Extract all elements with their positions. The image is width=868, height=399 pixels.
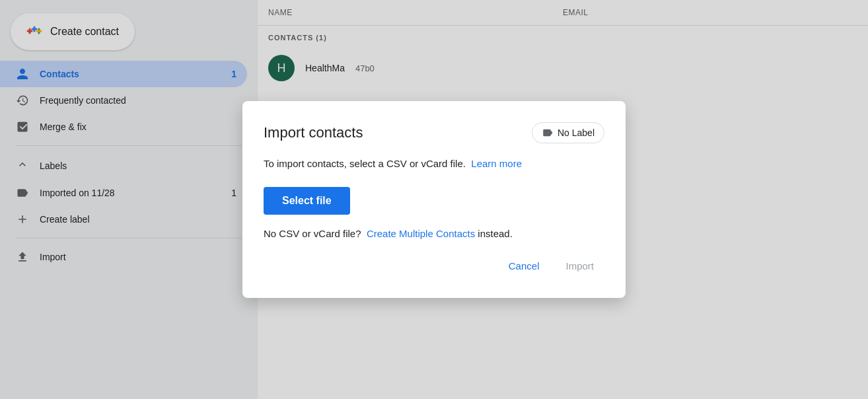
modal-header: Import contacts No Label xyxy=(264,122,604,143)
create-multiple-contacts-link[interactable]: Create Multiple Contacts xyxy=(367,228,475,239)
modal-backdrop: Import contacts No Label To import conta… xyxy=(0,0,868,399)
label-chip-icon xyxy=(542,127,554,139)
modal-description: To import contacts, select a CSV or vCar… xyxy=(264,157,604,172)
import-button: Import xyxy=(555,255,604,277)
modal-description-prefix: To import contacts, select a CSV or vCar… xyxy=(264,158,466,169)
label-chip-button[interactable]: No Label xyxy=(532,122,604,143)
select-file-button[interactable]: Select file xyxy=(264,187,350,215)
modal-footer: Cancel Import xyxy=(264,255,604,277)
select-file-section: Select file xyxy=(264,187,604,228)
modal-secondary-text: No CSV or vCard file? Create Multiple Co… xyxy=(264,228,604,239)
cancel-button[interactable]: Cancel xyxy=(498,255,550,277)
import-contacts-modal: Import contacts No Label To import conta… xyxy=(242,101,626,299)
learn-more-link[interactable]: Learn more xyxy=(471,158,522,169)
instead-text: instead. xyxy=(478,228,513,239)
no-csv-text: No CSV or vCard file? xyxy=(264,228,361,239)
modal-title: Import contacts xyxy=(264,124,363,141)
label-chip-text: No Label xyxy=(558,127,595,138)
